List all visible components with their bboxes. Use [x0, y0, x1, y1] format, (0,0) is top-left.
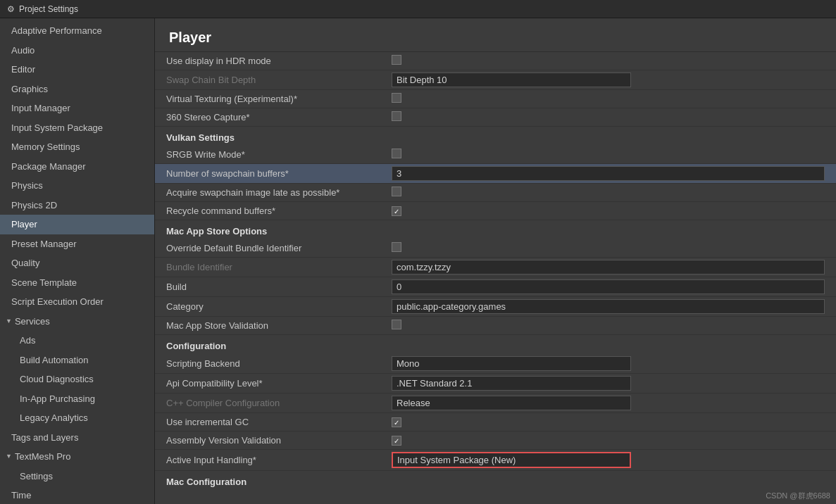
sidebar-item-physics-2d[interactable]: Physics 2D [0, 196, 154, 215]
setting-value-mac-app-store-validation [392, 320, 825, 332]
checkbox[interactable] [392, 187, 401, 196]
sidebar-item-ads[interactable]: Ads [0, 331, 154, 351]
setting-label-build: Build [166, 282, 392, 292]
setting-row-use-display-hdr: Use display in HDR mode [155, 52, 836, 70]
setting-value-category[interactable]: public.app-category.games [392, 299, 825, 314]
setting-row-api-compatibility-level: Api Compatibility Level*.NET Standard 2.… [155, 374, 836, 393]
setting-value-build[interactable]: 0 [392, 279, 825, 294]
section-header-mac-configuration: Mac Configuration [155, 471, 836, 490]
setting-label-use-display-hdr: Use display in HDR mode [166, 56, 392, 66]
sidebar-item-time[interactable]: Time [0, 486, 154, 504]
watermark: CSDN @群虎6688 [766, 491, 830, 501]
setting-row-assembly-version-validation: Assembly Version Validation [155, 431, 836, 450]
setting-row-build: Build0 [155, 277, 836, 297]
sidebar: Adaptive PerformanceAudioEditorGraphicsI… [0, 18, 155, 504]
setting-value-num-swapchain-buffers[interactable]: 3 [392, 166, 825, 181]
dropdown-api-compatibility-level[interactable]: .NET Standard 2.1 [392, 376, 631, 391]
text-value-num-swapchain-buffers: 3 [392, 166, 825, 181]
settings-content: Use display in HDR modeSwap Chain Bit De… [155, 52, 836, 490]
setting-row-swap-chain-bit-depth: Swap Chain Bit DepthBit Depth 10 [155, 70, 836, 90]
setting-label-360-stereo: 360 Stereo Capture* [166, 112, 392, 122]
setting-label-mac-app-store-validation: Mac App Store Validation [166, 320, 392, 331]
setting-row-bundle-identifier: Bundle Identifiercom.tzzy.tzzy [155, 258, 836, 277]
sidebar-section-services[interactable]: ▼Services [0, 312, 154, 332]
sidebar-item-in-app-purchasing[interactable]: In-App Purchasing [0, 389, 154, 409]
text-value-bundle-identifier: com.tzzy.tzzy [392, 260, 825, 275]
section-header-mac-app-store-options: Mac App Store Options [155, 220, 836, 239]
sidebar-item-package-manager[interactable]: Package Manager [0, 157, 154, 177]
sidebar-item-tags-and-layers[interactable]: Tags and Layers [0, 428, 154, 448]
setting-row-virtual-texturing: Virtual Texturing (Experimental)* [155, 90, 836, 108]
setting-row-acquire-swapchain-late: Acquire swapchain image late as possible… [155, 184, 836, 202]
sidebar-item-adaptive-performance[interactable]: Adaptive Performance [0, 21, 154, 41]
setting-label-srgb-write-mode: SRGB Write Mode* [166, 149, 392, 160]
checkbox[interactable] [392, 149, 401, 158]
sidebar-item-memory-settings[interactable]: Memory Settings [0, 137, 154, 157]
setting-row-srgb-write-mode: SRGB Write Mode* [155, 146, 836, 164]
title-bar: ⚙ Project Settings [0, 0, 836, 18]
checkbox[interactable] [392, 417, 401, 427]
setting-value-360-stereo [392, 111, 825, 123]
setting-value-active-input-handling[interactable]: Input System Package (New) [392, 452, 825, 468]
setting-label-bundle-identifier: Bundle Identifier [166, 262, 392, 272]
sidebar-item-input-system-package[interactable]: Input System Package [0, 118, 154, 138]
sidebar-item-audio[interactable]: Audio [0, 41, 154, 61]
setting-label-use-incremental-gc: Use incremental GC [166, 417, 392, 427]
checkbox[interactable] [392, 320, 401, 329]
checkbox[interactable] [392, 206, 401, 216]
setting-value-srgb-write-mode [392, 149, 825, 160]
sidebar-item-physics[interactable]: Physics [0, 176, 154, 196]
text-value-category: public.app-category.games [392, 299, 825, 314]
setting-label-virtual-texturing: Virtual Texturing (Experimental)* [166, 94, 392, 104]
sidebar-item-build-automation[interactable]: Build Automation [0, 351, 154, 370]
setting-row-use-incremental-gc: Use incremental GC [155, 413, 836, 431]
setting-value-api-compatibility-level[interactable]: .NET Standard 2.1 [392, 376, 825, 391]
setting-label-api-compatibility-level: Api Compatibility Level* [166, 378, 392, 389]
checkbox[interactable] [392, 93, 401, 103]
setting-row-category: Categorypublic.app-category.games [155, 297, 836, 317]
setting-label-recycle-command-buffers: Recycle command buffers* [166, 206, 392, 216]
setting-label-cpp-compiler-config: C++ Compiler Configuration [166, 398, 392, 408]
setting-label-category: Category [166, 301, 392, 312]
sidebar-item-cloud-diagnostics[interactable]: Cloud Diagnostics [0, 370, 154, 389]
setting-label-assembly-version-validation: Assembly Version Validation [166, 435, 392, 446]
setting-value-recycle-command-buffers [392, 206, 825, 217]
dropdown-swap-chain-bit-depth[interactable]: Bit Depth 10 [392, 73, 631, 87]
main-layout: Adaptive PerformanceAudioEditorGraphicsI… [0, 18, 836, 504]
sidebar-item-preset-manager[interactable]: Preset Manager [0, 234, 154, 254]
setting-row-override-default-bundle: Override Default Bundle Identifier [155, 239, 836, 258]
setting-value-use-incremental-gc [392, 417, 825, 428]
setting-row-mac-app-store-validation: Mac App Store Validation [155, 317, 836, 335]
setting-value-override-default-bundle [392, 242, 825, 254]
checkbox[interactable] [392, 111, 401, 121]
section-header-vulkan-settings: Vulkan Settings [155, 127, 836, 146]
setting-label-override-default-bundle: Override Default Bundle Identifier [166, 243, 392, 253]
section-header-configuration: Configuration [155, 335, 836, 354]
setting-value-cpp-compiler-config[interactable]: Release [392, 396, 825, 410]
setting-value-swap-chain-bit-depth[interactable]: Bit Depth 10 [392, 73, 825, 87]
setting-value-use-display-hdr [392, 55, 825, 67]
sidebar-item-legacy-analytics[interactable]: Legacy Analytics [0, 408, 154, 428]
sidebar-item-player[interactable]: Player [0, 215, 154, 234]
sidebar-item-quality[interactable]: Quality [0, 253, 154, 273]
setting-value-bundle-identifier[interactable]: com.tzzy.tzzy [392, 260, 825, 275]
title-bar-label: Project Settings [19, 4, 78, 14]
sidebar-item-input-manager[interactable]: Input Manager [0, 99, 154, 118]
checkbox[interactable] [392, 436, 401, 446]
setting-row-num-swapchain-buffers: Number of swapchain buffers*3 [155, 164, 836, 184]
dropdown-scripting-backend[interactable]: Mono [392, 356, 631, 371]
sidebar-section-textmesh-pro[interactable]: ▼TextMesh Pro [0, 447, 154, 467]
sidebar-item-graphics[interactable]: Graphics [0, 80, 154, 99]
dropdown-cpp-compiler-config[interactable]: Release [392, 396, 631, 410]
setting-row-360-stereo: 360 Stereo Capture* [155, 108, 836, 127]
checkbox[interactable] [392, 55, 401, 65]
checkbox[interactable] [392, 242, 401, 252]
dropdown-highlighted-active-input-handling[interactable]: Input System Package (New) [392, 452, 631, 468]
sidebar-item-editor[interactable]: Editor [0, 60, 154, 80]
setting-value-scripting-backend[interactable]: Mono [392, 356, 825, 371]
text-value-build: 0 [392, 279, 825, 294]
setting-value-acquire-swapchain-late [392, 187, 825, 199]
sidebar-item-scene-template[interactable]: Scene Template [0, 273, 154, 293]
sidebar-item-script-execution-order[interactable]: Script Execution Order [0, 292, 154, 312]
sidebar-item-settings[interactable]: Settings [0, 467, 154, 486]
